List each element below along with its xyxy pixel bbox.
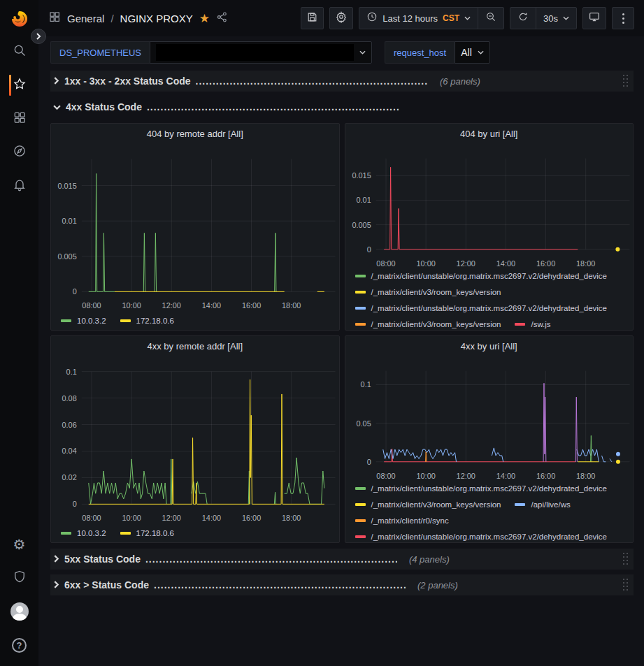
series-point	[615, 452, 620, 456]
variable-label-request-host[interactable]: request_host	[385, 41, 455, 64]
breadcrumb-section[interactable]: General	[67, 13, 104, 24]
panel-title[interactable]: 404 by uri [All]	[345, 129, 634, 139]
more-options-button[interactable]	[612, 7, 634, 29]
series-point	[615, 247, 620, 252]
time-picker-group: Last 12 hours CST	[359, 7, 504, 29]
row-6xx[interactable]: 6xx > Status Code ......................…	[50, 574, 634, 595]
legend-swatch	[61, 532, 71, 535]
dashboards-grid-icon	[13, 110, 27, 127]
chevron-down-icon	[359, 50, 366, 55]
chevron-down-icon	[563, 16, 569, 20]
legend-item[interactable]: /_matrix/client/unstable/org.matrix.msc2…	[355, 300, 608, 316]
row-1xx-3xx-2xx[interactable]: 1xx - 3xx - 2xx Status Code ............…	[50, 71, 634, 92]
dashboard-settings-button[interactable]	[329, 7, 353, 29]
svg-text:18:00: 18:00	[282, 301, 301, 310]
refresh-interval-picker[interactable]: 30s	[536, 8, 576, 29]
share-icon[interactable]	[216, 11, 228, 26]
series-line	[590, 435, 592, 461]
save-dashboard-button[interactable]	[301, 7, 324, 29]
legend-label: /_matrix/client/unstable/org.matrix.msc2…	[371, 304, 608, 312]
chevron-right-icon	[53, 553, 59, 565]
legend-item[interactable]: /api/live/ws	[515, 496, 570, 512]
time-range-picker[interactable]: Last 12 hours CST	[359, 8, 478, 29]
sidebar-item-server-admin[interactable]	[0, 561, 38, 595]
panel-404-by-remote-addr-all-: 404 by remote addr [All]00.0050.010.0150…	[50, 123, 340, 331]
svg-text:12:00: 12:00	[162, 514, 181, 522]
legend-swatch	[515, 323, 525, 326]
legend-item[interactable]: /_matrix/client/r0/sync	[355, 512, 449, 528]
sidebar-item-starred[interactable]	[0, 68, 38, 102]
chevron-right-icon	[53, 75, 59, 87]
legend-swatch	[355, 307, 366, 310]
variable-select-request-host[interactable]: All	[455, 41, 490, 64]
star-icon	[13, 77, 27, 94]
chart-canvas: 00.0050.010.01508:0010:0012:0014:0016:00…	[51, 124, 339, 330]
legend-item[interactable]: /_matrix/client/v3/room_keys/version	[355, 496, 501, 512]
sidebar-item-alerting[interactable]	[0, 169, 38, 203]
panel-title[interactable]: 4xx by uri [All]	[345, 341, 634, 352]
row-title-dots: ........................................…	[145, 553, 397, 565]
row-5xx[interactable]: 5xx Status Code ........................…	[50, 549, 634, 570]
svg-text:12:00: 12:00	[162, 301, 181, 310]
variable-select-ds-prometheus[interactable]	[150, 41, 372, 64]
variable-label-ds-prometheus[interactable]: DS_PROMETHEUS	[50, 41, 150, 64]
row-title-dots: ........................................…	[147, 101, 399, 113]
legend-swatch	[515, 503, 525, 506]
chevron-down-icon	[53, 101, 61, 113]
series-point	[615, 460, 620, 464]
refresh-button[interactable]	[510, 8, 536, 29]
expand-sidebar-button[interactable]	[31, 29, 46, 44]
svg-text:0.1: 0.1	[360, 380, 371, 389]
legend-item[interactable]: /_matrix/client/v3/room_keys/version	[355, 316, 501, 331]
panel-title[interactable]: 404 by remote addr [All]	[51, 129, 339, 139]
sidebar-item-profile[interactable]	[0, 595, 38, 628]
svg-text:14:00: 14:00	[496, 472, 515, 480]
sidebar-item-explore[interactable]	[0, 136, 38, 169]
refresh-interval-label: 30s	[543, 13, 558, 24]
row-drag-handle[interactable]	[623, 553, 629, 566]
legend-item[interactable]: 172.18.0.6	[120, 525, 174, 541]
svg-text:0: 0	[366, 458, 371, 466]
legend-item[interactable]: /_matrix/client/v3/room_keys/version	[355, 284, 501, 300]
series-line	[285, 458, 324, 504]
svg-text:0.015: 0.015	[57, 182, 76, 190]
row-4xx[interactable]: 4xx Status Code ........................…	[50, 96, 634, 117]
svg-text:16:00: 16:00	[536, 259, 554, 268]
row-title: 4xx Status Code	[66, 101, 142, 113]
legend-label: 10.0.3.2	[77, 529, 106, 537]
zoom-out-time-button[interactable]	[478, 8, 503, 29]
svg-text:14:00: 14:00	[496, 259, 515, 268]
sidebar-item-dashboards[interactable]	[0, 102, 38, 136]
svg-text:0.005: 0.005	[57, 252, 76, 261]
row-drag-handle[interactable]	[623, 75, 629, 88]
panel-title[interactable]: 4xx by remote addr [All]	[51, 341, 339, 352]
row-title: 5xx Status Code	[64, 553, 141, 565]
legend-item[interactable]: 10.0.3.2	[61, 525, 106, 541]
svg-text:18:00: 18:00	[576, 259, 595, 268]
cycle-view-mode-button[interactable]	[582, 7, 606, 29]
row-drag-handle[interactable]	[623, 579, 629, 592]
legend-item[interactable]: 10.0.3.2	[61, 312, 106, 328]
apps-grid-icon[interactable]	[48, 10, 61, 26]
sidebar-item-configuration[interactable]: ⚙	[0, 528, 38, 561]
favorite-star-icon[interactable]: ★	[199, 13, 210, 24]
legend-item[interactable]: /sw.js	[515, 316, 550, 331]
row-title: 1xx - 3xx - 2xx Status Code	[64, 75, 191, 87]
panel-404-by-uri-all-: 404 by uri [All]00.0050.010.01508:0010:0…	[345, 123, 634, 331]
legend-swatch	[120, 532, 131, 535]
sidebar-item-help[interactable]: ?	[0, 628, 38, 662]
legend-item[interactable]: 172.18.0.6	[120, 312, 174, 328]
legend-item[interactable]: /_matrix/client/unstable/org.matrix.msc2…	[355, 268, 608, 284]
sidebar: ⚙ ?	[0, 0, 38, 666]
svg-text:0.1: 0.1	[66, 368, 77, 376]
refresh-icon	[517, 11, 529, 25]
refresh-group: 30s	[510, 7, 577, 29]
legend-item[interactable]: /_matrix/client/unstable/org.matrix.msc2…	[355, 480, 608, 496]
legend-item[interactable]: /_matrix/client/unstable/org.matrix.msc2…	[355, 528, 608, 543]
gear-icon: ⚙	[13, 537, 26, 551]
dashboard-title[interactable]: NGINX PROXY	[120, 13, 193, 24]
series-line	[384, 167, 578, 249]
svg-text:0.05: 0.05	[356, 419, 371, 428]
series-line	[143, 233, 145, 291]
svg-text:10:00: 10:00	[122, 301, 141, 310]
